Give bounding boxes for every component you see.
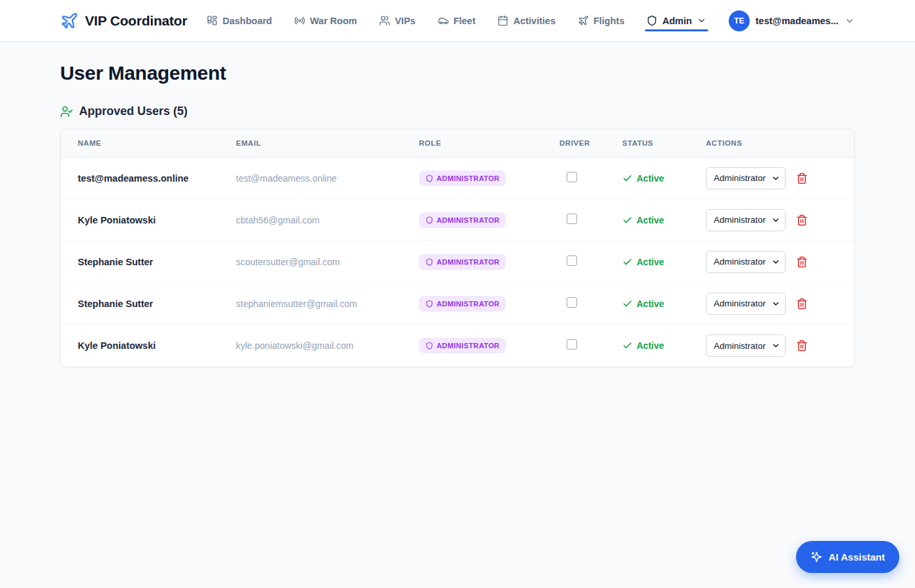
driver-checkbox[interactable] [567,255,577,266]
page-title: User Management [60,62,855,84]
user-email-display: test@madeames... [756,16,839,26]
nav-item-dashboard[interactable]: Dashboard [205,10,273,31]
role-select[interactable]: Administrator [706,209,786,231]
delete-user-button[interactable] [796,298,808,310]
section-title: Approved Users (5) [79,105,188,118]
chevron-down-icon [697,16,707,25]
nav-item-admin[interactable]: Admin [645,10,707,31]
check-icon [622,173,633,184]
role-badge: ADMINISTRATOR [419,338,506,353]
nav-item-war-room[interactable]: War Room [293,10,358,31]
nav-item-vips[interactable]: VIPs [378,10,416,31]
column-header-actions: Actions [706,139,837,147]
user-name: Stephanie Sutter [78,257,236,267]
status-label: Active [637,215,664,225]
user-email: test@madeamess.online [236,173,419,184]
nav-label: Activities [513,16,555,26]
shield-icon [425,300,433,308]
delete-user-button[interactable] [796,214,808,226]
approved-users-table: Name Email Role Driver Status Actions te… [60,129,855,367]
check-icon [622,340,633,351]
column-header-email: Email [236,139,419,147]
role-select[interactable]: Administrator [706,335,786,357]
column-header-name: Name [78,139,236,147]
column-header-status: Status [622,139,706,147]
trash-icon [796,214,808,226]
user-menu[interactable]: TE test@madeames... [729,10,855,31]
nav-item-fleet[interactable]: Fleet [437,10,477,31]
role-badge: ADMINISTRATOR [419,171,506,186]
role-badge-label: ADMINISTRATOR [437,342,499,350]
role-badge: ADMINISTRATOR [419,254,506,270]
avatar: TE [729,10,750,31]
user-name: Kyle Poniatowski [78,340,236,351]
nav-label: VIPs [395,16,415,26]
top-navbar: VIP Coordinator Dashboard War Room VIPs … [0,0,915,42]
shield-icon [425,174,433,182]
status-label: Active [637,173,664,184]
role-select[interactable]: Administrator [706,293,786,315]
status-badge: Active [622,340,706,351]
driver-checkbox[interactable] [567,214,577,224]
status-badge: Active [622,257,706,267]
shield-icon [646,15,657,26]
trash-icon [796,340,808,351]
user-management-page: User Management Approved Users (5) Name … [0,42,915,367]
user-name: Stephanie Sutter [78,299,236,309]
user-name: test@madeamess.online [78,173,236,184]
table-row: Kyle Poniatowskikyle.poniatowski@gmail.c… [61,325,854,367]
trash-icon [796,256,808,268]
driver-checkbox[interactable] [567,297,577,308]
dashboard-grid-icon [207,15,218,26]
check-icon [622,299,633,309]
driver-checkbox[interactable] [567,172,577,182]
role-select-wrap: Administrator [706,335,786,357]
user-check-icon [60,105,73,118]
trash-icon [796,298,808,310]
role-select-wrap: Administrator [706,293,786,315]
brand-title: VIP Coordinator [85,13,187,29]
role-select[interactable]: Administrator [706,167,786,189]
status-badge: Active [622,173,706,184]
shield-icon [425,258,433,266]
chevron-down-icon [844,16,855,26]
role-badge: ADMINISTRATOR [419,212,506,228]
nav-label: Fleet [454,16,476,26]
table-body: test@madeamess.onlinetest@madeamess.onli… [61,157,854,367]
role-select-wrap: Administrator [706,167,786,189]
check-icon [622,257,633,267]
shield-icon [425,216,433,224]
column-header-driver: Driver [559,139,622,147]
approved-users-section-header: Approved Users (5) [60,105,855,118]
role-select-wrap: Administrator [706,251,786,273]
user-email: scoutersutter@gmail.com [236,257,419,267]
brand[interactable]: VIP Coordinator [60,12,187,30]
table-header-row: Name Email Role Driver Status Actions [61,129,854,157]
status-badge: Active [622,215,706,225]
status-label: Active [637,340,664,351]
delete-user-button[interactable] [796,172,808,184]
trash-icon [796,172,808,184]
user-name: Kyle Poniatowski [78,215,236,225]
driver-checkbox[interactable] [567,339,577,350]
user-email: cbtah56@gmail.com [236,215,419,225]
role-badge-label: ADMINISTRATOR [437,216,499,224]
radio-icon [294,15,305,26]
delete-user-button[interactable] [796,256,808,268]
role-badge-label: ADMINISTRATOR [437,300,499,308]
status-label: Active [637,257,664,267]
nav-label: Dashboard [222,16,272,26]
table-row: Kyle Poniatowskicbtah56@gmail.comADMINIS… [61,199,854,241]
user-email: stephaniemsutter@gmail.com [236,299,419,309]
role-select[interactable]: Administrator [706,251,786,273]
delete-user-button[interactable] [796,340,808,351]
nav-item-activities[interactable]: Activities [496,10,556,31]
ai-assistant-label: AI Assistant [829,551,885,563]
car-icon [438,15,449,26]
plane-icon [578,15,589,26]
status-badge: Active [622,299,706,309]
nav-item-flights[interactable]: Flights [576,10,626,31]
table-row: Stephanie Sutterstephaniemsutter@gmail.c… [61,283,854,325]
user-email: kyle.poniatowski@gmail.com [236,340,419,351]
ai-assistant-button[interactable]: AI Assistant [796,541,899,573]
